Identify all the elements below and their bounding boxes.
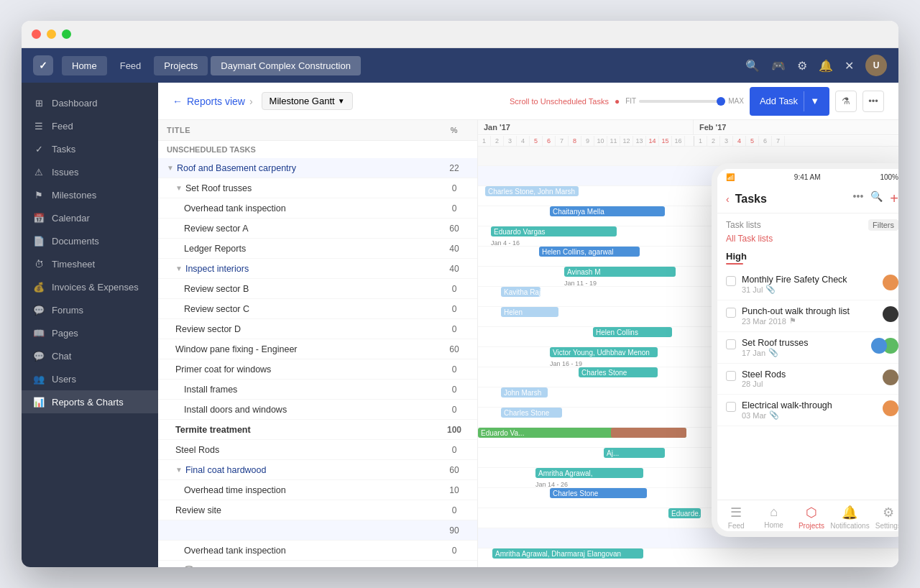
sidebar-item-reports[interactable]: 📊 Reports & Charts [22, 390, 158, 413]
day-cell: 1 [694, 136, 707, 146]
task-checkbox[interactable] [726, 276, 736, 286]
sidebar-item-documents[interactable]: 📄 Documents [22, 229, 158, 252]
user-avatar[interactable]: U [865, 55, 887, 76]
sidebar-item-tasks[interactable]: ✓ Tasks [22, 137, 158, 160]
add-task-button[interactable]: Add Task ▼ [750, 87, 829, 116]
breadcrumb-reports[interactable]: Reports view [187, 96, 245, 107]
gantt-bar: Chaitanya Mella [550, 206, 665, 216]
nav-home[interactable]: Home [62, 56, 107, 75]
task-pct: 100 [440, 425, 469, 435]
minimize-dot[interactable] [47, 29, 56, 39]
task-checkbox[interactable] [726, 402, 736, 412]
mobile-nav-home[interactable]: ⌂ Home [755, 505, 792, 530]
mobile-bottom-nav: ☰ Feed ⌂ Home ⬡ Projects 🔔 [717, 500, 898, 531]
mobile-more-icon[interactable]: ••• [853, 190, 864, 207]
bell-icon[interactable]: 🔔 [819, 59, 833, 73]
sidebar-item-pages[interactable]: 📖 Pages [22, 321, 158, 344]
day-cell: 3 [720, 136, 733, 146]
more-options-button[interactable]: ••• [862, 91, 884, 112]
task-name: Review sector A [184, 224, 440, 234]
zoom-slider: FIT MAX [625, 97, 744, 105]
month-jan17: Jan '17 [478, 120, 694, 134]
table-row: Review sector D 0 [158, 319, 477, 339]
mobile-search-icon[interactable]: 🔍 [870, 190, 883, 207]
main-content: ⊞ Dashboard ☰ Feed ✓ Tasks ⚠ Issues ⚑ Mi… [22, 83, 898, 567]
sidebar-item-calendar[interactable]: 📅 Calendar [22, 206, 158, 229]
mobile-nav-feed[interactable]: ☰ Feed [717, 505, 755, 530]
task-checkbox[interactable] [726, 308, 736, 318]
ellipsis-icon: ••• [868, 96, 878, 106]
settings-icon[interactable]: ⚙ [797, 59, 807, 73]
sidebar-item-invoices[interactable]: 💰 Invoices & Expenses [22, 275, 158, 298]
sidebar-item-forums[interactable]: 💬 Forums [22, 298, 158, 321]
sidebar-item-timesheet[interactable]: ⏱ Timesheet [22, 252, 158, 275]
sidebar-item-issues[interactable]: ⚠ Issues [22, 160, 158, 183]
gantt-row: Amritha Agrawal, Dharmaraj Elangovan [478, 548, 898, 567]
all-task-lists-link[interactable]: All Task lists [726, 234, 773, 244]
gantt-bar: Amritha Agrawal, Dharmaraj Elangovan [492, 548, 643, 559]
sidebar-item-chat[interactable]: 💬 Chat [22, 344, 158, 367]
mobile-nav-projects[interactable]: ⬡ Projects [793, 505, 830, 530]
day-cell: 4 [517, 136, 530, 146]
milestone-selector[interactable]: Milestone Gantt ▼ [262, 92, 353, 110]
mobile-back-button[interactable]: ‹ [726, 193, 730, 205]
mobile-task-item: Set Roof trusses 17 Jan 📎 [717, 332, 898, 364]
close-icon[interactable]: ✕ [845, 59, 854, 73]
filters-button[interactable]: Filters [868, 219, 898, 231]
filter-button[interactable]: ⚗ [835, 91, 857, 112]
task-pct: 60 [440, 224, 469, 234]
scroll-to-unscheduled[interactable]: Scroll to Unscheduled Tasks [510, 97, 609, 106]
mobile-battery: 100% [880, 173, 898, 181]
task-name: Termite treatment [175, 425, 440, 435]
close-dot[interactable] [32, 29, 41, 39]
nav-feed[interactable]: Feed [110, 56, 152, 75]
table-row: Termite treatment 100 [158, 420, 477, 440]
sidebar-item-milestones[interactable]: ⚑ Milestones [22, 183, 158, 206]
nav-current-project[interactable]: Daymart Complex Construction [211, 56, 361, 75]
issues-icon: ⚠ [33, 166, 45, 178]
collapse-icon[interactable]: ▼ [175, 265, 183, 272]
mobile-nav-notifications[interactable]: 🔔 Notifications [830, 505, 869, 530]
gamepad-icon[interactable]: 🎮 [771, 59, 786, 73]
chat-icon: 💬 [33, 350, 45, 362]
settings-nav-label: Settings [875, 522, 898, 530]
collapse-icon[interactable]: ▼ [175, 184, 183, 192]
task-pct: 22 [440, 163, 469, 173]
high-label: High [726, 251, 747, 262]
task-checkbox[interactable] [726, 371, 736, 381]
sidebar-item-dashboard[interactable]: ⊞ Dashboard [22, 91, 158, 114]
attachment-icon: 📎 [768, 348, 778, 357]
day-cell: 6 [759, 136, 772, 146]
slider-track[interactable] [639, 100, 725, 103]
task-info: Monthly Fire Safety Check 31 Jul 📎 [742, 275, 877, 294]
task-name: Overhead tank inspection [184, 203, 440, 213]
day-cell: 2 [707, 136, 720, 146]
sidebar-label-issues: Issues [52, 167, 79, 178]
gantt-bar: John Marsh [501, 387, 548, 398]
day-cell: 7 [556, 136, 569, 146]
mobile-nav-settings[interactable]: ⚙ Settings [870, 505, 898, 530]
sidebar-item-feed[interactable]: ☰ Feed [22, 114, 158, 137]
sidebar-label-feed: Feed [52, 121, 73, 132]
home-nav-label: Home [764, 521, 783, 529]
sidebar-label-reports: Reports & Charts [52, 397, 124, 408]
sidebar-item-users[interactable]: 👥 Users [22, 367, 158, 390]
slider-thumb[interactable] [717, 97, 725, 106]
search-icon[interactable]: 🔍 [745, 59, 760, 73]
back-button[interactable]: ← [172, 96, 183, 107]
task-name: Ledger Reports [184, 244, 440, 254]
col-pct-header: % [440, 126, 469, 134]
task-name: Window pane fixing - Engineer [175, 344, 440, 354]
task-name: Review site [175, 505, 440, 515]
collapse-icon[interactable]: ▼ [175, 466, 183, 474]
nav-projects[interactable]: Projects [154, 56, 208, 75]
mobile-avatar-group [871, 338, 898, 354]
gantt-bar: Amritha Agrawal, [535, 468, 643, 478]
task-checkbox[interactable] [726, 339, 736, 349]
maximize-dot[interactable] [62, 29, 71, 39]
table-row: ▼ Set Roof trusses 0 [158, 178, 477, 198]
mobile-title: Tasks [735, 193, 847, 206]
collapse-icon[interactable]: ▼ [167, 164, 174, 172]
invoices-icon: 💰 [33, 281, 45, 293]
mobile-add-icon[interactable]: + [890, 190, 898, 207]
